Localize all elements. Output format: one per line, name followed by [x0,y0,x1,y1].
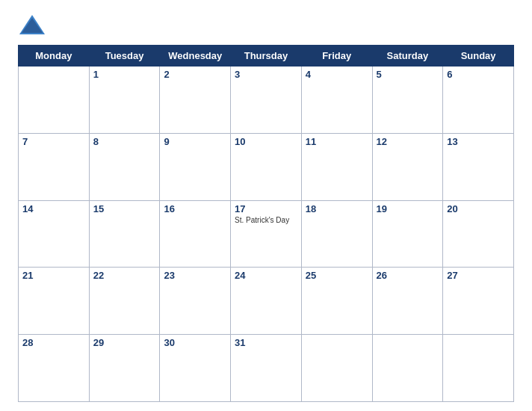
calendar-cell: 3 [231,67,302,134]
calendar-cell: 4 [301,67,372,134]
weekday-header-saturday: Saturday [372,46,443,67]
logo [18,13,49,37]
weekday-header-row: MondayTuesdayWednesdayThursdayFridaySatu… [19,46,514,67]
day-number: 1 [93,69,156,80]
calendar-cell: 9 [160,133,231,200]
day-number: 28 [22,337,85,348]
day-number: 29 [93,337,156,348]
day-number: 19 [377,203,439,214]
day-number: 15 [93,203,156,214]
calendar-cell: 13 [443,133,514,200]
weekday-header-monday: Monday [19,46,90,67]
header [18,13,514,37]
calendar-cell: 30 [160,335,231,402]
weekday-header-thursday: Thursday [231,46,302,67]
day-number: 26 [377,270,439,281]
calendar-page: MondayTuesdayWednesdayThursdayFridaySatu… [0,0,532,411]
day-number: 3 [235,69,297,80]
day-number: 20 [447,203,510,214]
calendar-cell: 28 [19,335,90,402]
day-number: 22 [93,270,156,281]
calendar-cell [19,67,90,134]
day-number: 25 [306,270,368,281]
week-row-2: 78910111213 [19,133,514,200]
calendar-cell: 20 [443,200,514,268]
day-number: 30 [164,337,226,348]
calendar-cell [443,335,514,402]
day-number: 11 [306,136,368,147]
calendar-cell: 18 [301,200,372,268]
calendar-cell: 26 [372,268,443,335]
calendar-cell: 2 [160,67,231,134]
day-number: 23 [164,270,226,281]
calendar-cell: 5 [372,67,443,134]
day-number: 21 [22,270,85,281]
calendar-cell: 6 [443,67,514,134]
calendar-cell: 29 [89,335,160,402]
day-number: 2 [164,69,226,80]
week-row-5: 28293031 [19,335,514,402]
day-number: 10 [235,136,297,147]
day-number: 17 [235,203,297,214]
calendar-cell: 10 [231,133,302,200]
calendar-cell: 23 [160,268,231,335]
calendar-cell: 16 [160,200,231,268]
week-row-1: 123456 [19,67,514,134]
calendar-cell [301,335,372,402]
calendar-cell: 24 [231,268,302,335]
calendar-cell: 1 [89,67,160,134]
day-number: 18 [306,203,368,214]
week-row-3: 14151617St. Patrick's Day181920 [19,200,514,268]
weekday-header-sunday: Sunday [443,46,514,67]
day-number: 8 [93,136,156,147]
calendar-cell: 21 [19,268,90,335]
day-number: 27 [447,270,510,281]
calendar-cell: 11 [301,133,372,200]
day-number: 7 [22,136,85,147]
calendar-cell: 14 [19,200,90,268]
day-number: 9 [164,136,226,147]
weekday-header-tuesday: Tuesday [89,46,160,67]
calendar-table: MondayTuesdayWednesdayThursdayFridaySatu… [18,45,514,402]
day-number: 4 [306,69,368,80]
week-row-4: 21222324252627 [19,268,514,335]
day-number: 12 [377,136,439,147]
calendar-cell: 17St. Patrick's Day [231,200,302,268]
calendar-cell: 12 [372,133,443,200]
calendar-cell: 25 [301,268,372,335]
calendar-cell: 7 [19,133,90,200]
day-number: 5 [377,69,439,80]
day-number: 24 [235,270,297,281]
day-number: 16 [164,203,226,214]
calendar-cell [372,335,443,402]
day-number: 31 [235,337,297,348]
calendar-cell: 19 [372,200,443,268]
calendar-cell: 8 [89,133,160,200]
weekday-header-wednesday: Wednesday [160,46,231,67]
day-number: 6 [447,69,510,80]
weekday-header-friday: Friday [301,46,372,67]
calendar-cell: 31 [231,335,302,402]
calendar-cell: 15 [89,200,160,268]
day-event: St. Patrick's Day [235,216,297,224]
svg-marker-1 [22,18,43,33]
day-number: 14 [22,203,85,214]
calendar-cell: 27 [443,268,514,335]
day-number: 13 [447,136,510,147]
logo-icon [18,13,46,37]
calendar-cell: 22 [89,268,160,335]
